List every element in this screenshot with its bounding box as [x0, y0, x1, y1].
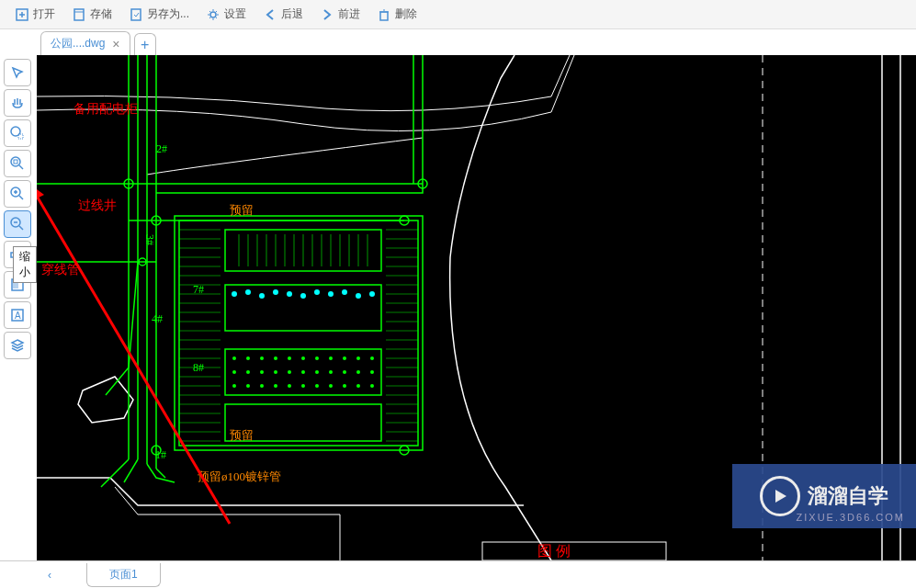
page-tab-label: 页面1 [109, 568, 138, 581]
svg-point-143 [328, 291, 334, 297]
cad-mark-8: 8# [193, 361, 204, 375]
svg-point-96 [232, 356, 236, 360]
main-area: A 缩小 [0, 55, 916, 560]
forward-arrow-icon [320, 7, 334, 22]
watermark: 溜溜自学 ZIXUE.3D66.COM [732, 464, 916, 528]
cad-mark-2: 2# [156, 142, 167, 156]
zoom-area-tool[interactable] [4, 119, 31, 147]
zoom-extents-tool[interactable] [4, 150, 31, 177]
zoom-in-tool[interactable] [4, 180, 31, 208]
svg-rect-28 [179, 220, 418, 446]
file-tab[interactable]: 公园....dwg × [40, 31, 130, 55]
svg-point-104 [343, 356, 346, 360]
svg-point-109 [260, 370, 264, 374]
svg-point-100 [288, 356, 291, 360]
svg-point-102 [315, 356, 319, 360]
svg-point-115 [343, 370, 346, 374]
pointer-tool[interactable] [4, 59, 31, 86]
save-as-icon [129, 7, 143, 22]
svg-point-7 [11, 157, 20, 166]
page-prev-button[interactable]: ‹ [40, 569, 59, 582]
svg-point-123 [301, 384, 305, 388]
svg-point-126 [343, 384, 346, 388]
save-as-button[interactable]: 另存为... [121, 3, 197, 26]
svg-point-116 [356, 370, 360, 374]
tab-bar: 公园....dwg × + [0, 29, 916, 55]
zoom-out-tool[interactable] [4, 210, 31, 238]
svg-point-108 [246, 370, 250, 374]
back-label: 后退 [281, 6, 303, 22]
top-toolbar: 打开 存储 另存为... 设置 后退 前进 删除 [0, 0, 916, 29]
settings-label: 设置 [224, 6, 246, 22]
svg-point-117 [370, 370, 374, 374]
left-tool-palette: A 缩小 [0, 55, 37, 560]
svg-point-111 [288, 370, 291, 374]
settings-button[interactable]: 设置 [198, 3, 254, 26]
cad-mark-4: 4# [152, 312, 163, 326]
cad-label-conduit: 穿线管 [41, 262, 80, 278]
svg-marker-18 [78, 377, 133, 423]
svg-point-125 [329, 384, 333, 388]
cad-label-junction-box: 过线井 [78, 198, 117, 214]
play-icon [760, 476, 800, 516]
open-button[interactable]: 打开 [7, 3, 62, 26]
svg-point-138 [259, 293, 265, 299]
watermark-brand: 溜溜自学 [808, 482, 888, 510]
cad-legend-title: 图 例 [537, 542, 571, 560]
save-button[interactable]: 存储 [64, 3, 119, 26]
svg-point-139 [273, 289, 278, 295]
svg-point-103 [329, 356, 333, 360]
layers-tool[interactable] [4, 332, 31, 359]
file-tab-label: 公园....dwg [51, 36, 105, 51]
svg-point-106 [370, 356, 374, 360]
watermark-url: ZIXUE.3D66.COM [797, 512, 905, 523]
save-label: 存储 [90, 6, 112, 22]
svg-point-99 [274, 356, 277, 360]
pan-tool[interactable] [4, 89, 31, 117]
cad-mark-7: 7# [193, 283, 204, 297]
open-label: 打开 [33, 6, 55, 22]
cad-mark-1: 1# [155, 448, 166, 462]
save-icon [72, 7, 86, 22]
svg-rect-4 [380, 12, 388, 20]
svg-point-98 [260, 356, 264, 360]
svg-rect-19 [482, 542, 666, 560]
cad-label-backup-cabinet: 备用配电柜 [74, 101, 138, 118]
delete-label: 删除 [395, 6, 417, 22]
svg-point-105 [356, 356, 360, 360]
svg-point-137 [245, 289, 251, 295]
svg-text:A: A [15, 311, 21, 321]
close-tab-icon[interactable]: × [112, 37, 119, 51]
svg-point-146 [369, 291, 375, 297]
svg-point-114 [329, 370, 333, 374]
svg-point-3 [210, 12, 216, 17]
back-arrow-icon [263, 7, 277, 22]
svg-point-110 [274, 370, 277, 374]
svg-point-113 [315, 370, 319, 374]
forward-button[interactable]: 前进 [312, 3, 368, 26]
plus-icon [15, 7, 29, 22]
delete-button[interactable]: 删除 [369, 3, 424, 26]
trash-icon [377, 7, 391, 22]
cad-mark-3: 3# [142, 234, 156, 245]
svg-marker-149 [775, 490, 786, 503]
svg-point-119 [246, 384, 250, 388]
svg-point-124 [315, 384, 319, 388]
svg-point-140 [287, 291, 292, 297]
svg-point-97 [246, 356, 250, 360]
svg-point-128 [370, 384, 374, 388]
page-tab[interactable]: 页面1 [86, 563, 161, 587]
cad-label-reserve-pipe: 预留ø100镀锌管 [198, 469, 281, 485]
svg-point-144 [342, 289, 347, 295]
cad-canvas[interactable]: 备用配电柜 过线井 穿线管 预留 预留 预留ø100镀锌管 2# 3# 4# 7… [37, 55, 916, 560]
add-tab-button[interactable]: + [134, 33, 156, 55]
svg-rect-1 [74, 9, 84, 20]
page-bar: ‹ 页面1 [0, 560, 916, 588]
svg-point-118 [232, 384, 236, 388]
svg-rect-2 [131, 9, 141, 20]
svg-point-145 [356, 293, 361, 299]
text-tool[interactable]: A [4, 301, 31, 329]
svg-point-136 [232, 291, 237, 297]
back-button[interactable]: 后退 [255, 3, 311, 26]
cad-label-reserve-bottom: 预留 [230, 427, 254, 444]
